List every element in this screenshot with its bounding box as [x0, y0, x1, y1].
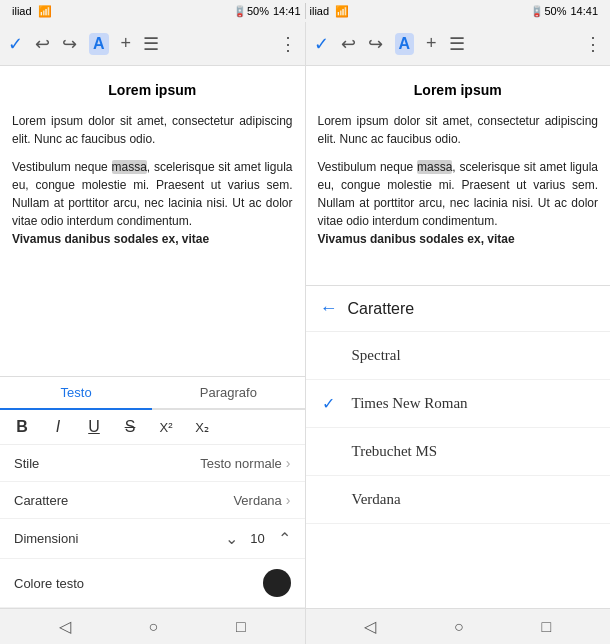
- back-button-right[interactable]: ◁: [364, 617, 376, 636]
- dim-increase-button[interactable]: ⌃: [278, 529, 291, 548]
- font-name: Spectral: [352, 347, 595, 364]
- doc-title-left: Lorem ipsum: [12, 82, 293, 98]
- char-list: ✓ Spectral ✓ Times New Roman ✓ Trebuchet…: [306, 332, 611, 608]
- format-a-button[interactable]: A: [89, 33, 109, 55]
- status-right-half: iliad 📶 🪫50% 14:41: [306, 5, 603, 18]
- color-swatch: [263, 569, 291, 597]
- stile-row[interactable]: Stile Testo normale ›: [0, 445, 305, 482]
- dim-value: 10: [248, 531, 268, 546]
- more-button-left[interactable]: ⋮: [279, 33, 297, 55]
- square-button-left[interactable]: □: [236, 618, 246, 636]
- colore-row[interactable]: Colore testo: [0, 559, 305, 608]
- doc-title-right: Lorem ipsum: [318, 82, 599, 98]
- wifi-right: 📶: [335, 5, 349, 18]
- redo-button-right[interactable]: ↪: [368, 33, 383, 55]
- nav-bar: ◁ ○ □ ◁ ○ □: [0, 608, 610, 644]
- status-left2: iliad 📶: [310, 5, 350, 18]
- carattere-value: Verdana ›: [233, 492, 290, 508]
- colore-label: Colore testo: [14, 576, 263, 591]
- doc-para1-left: Lorem ipsum dolor sit amet, consectetur …: [12, 112, 293, 148]
- doc-content-right[interactable]: Lorem ipsum Lorem ipsum dolor sit amet, …: [306, 66, 611, 286]
- battery-icon-left: 🪫50%: [233, 5, 269, 18]
- top-toolbar: ✓ ↩ ↪ A + ☰ ⋮ ✓ ↩ ↪ A + ☰ ⋮: [0, 22, 610, 66]
- toolbar-left: ✓ ↩ ↪ A + ☰ ⋮: [0, 22, 306, 65]
- char-item[interactable]: ✓ Spectral: [306, 332, 611, 380]
- carattere-chevron-icon: ›: [286, 492, 291, 508]
- stile-chevron-icon: ›: [286, 455, 291, 471]
- strikethrough-button[interactable]: S: [120, 418, 140, 436]
- format-panel: Testo Paragrafo B I U S X² X₂ Stile Test…: [0, 376, 305, 608]
- time-right: 14:41: [570, 5, 598, 17]
- nav-left: ◁ ○ □: [0, 609, 306, 644]
- back-button-left[interactable]: ◁: [59, 617, 71, 636]
- dim-controls: ⌄ 10 ⌃: [225, 529, 291, 548]
- home-button-left[interactable]: ○: [149, 618, 159, 636]
- dimensioni-label: Dimensioni: [14, 531, 225, 546]
- main-area: Lorem ipsum Lorem ipsum dolor sit amet, …: [0, 66, 610, 608]
- dimensioni-row: Dimensioni ⌄ 10 ⌃: [0, 519, 305, 559]
- bold-button[interactable]: B: [12, 418, 32, 436]
- more-button-right[interactable]: ⋮: [584, 33, 602, 55]
- comment-button-left[interactable]: ☰: [143, 33, 159, 55]
- char-item[interactable]: ✓ Times New Roman: [306, 380, 611, 428]
- add-button-left[interactable]: +: [121, 33, 132, 54]
- char-header: ← Carattere: [306, 286, 611, 332]
- stile-label: Stile: [14, 456, 200, 471]
- add-button-right[interactable]: +: [426, 33, 437, 54]
- undo-button-right[interactable]: ↩: [341, 33, 356, 55]
- font-name: Times New Roman: [352, 395, 595, 412]
- format-tabs: Testo Paragrafo: [0, 377, 305, 410]
- doc-panel-left: Lorem ipsum Lorem ipsum dolor sit amet, …: [0, 66, 306, 608]
- char-panel: Lorem ipsum Lorem ipsum dolor sit amet, …: [306, 66, 611, 608]
- highlight-massa-right: massa: [417, 160, 452, 174]
- doc-para1-right: Lorem ipsum dolor sit amet, consectetur …: [318, 112, 599, 148]
- battery-icon-right: 🪫50%: [530, 5, 566, 18]
- square-button-right[interactable]: □: [541, 618, 551, 636]
- dim-decrease-button[interactable]: ⌄: [225, 529, 238, 548]
- carattere-row[interactable]: Carattere Verdana ›: [0, 482, 305, 519]
- colore-value: [263, 569, 291, 597]
- italic-button[interactable]: I: [48, 418, 68, 436]
- format-a-button-right[interactable]: A: [395, 33, 415, 55]
- nav-right: ◁ ○ □: [306, 609, 611, 644]
- highlight-massa-left: massa: [112, 160, 147, 174]
- font-name: Verdana: [352, 491, 595, 508]
- undo-button[interactable]: ↩: [35, 33, 50, 55]
- status-center-left: 🪫50% 14:41: [233, 5, 301, 18]
- redo-button[interactable]: ↪: [62, 33, 77, 55]
- char-item[interactable]: ✓ Trebuchet MS: [306, 428, 611, 476]
- status-left: iliad 📶: [12, 5, 52, 18]
- stile-value: Testo normale ›: [200, 455, 290, 471]
- doc-content-left[interactable]: Lorem ipsum Lorem ipsum dolor sit amet, …: [0, 66, 305, 376]
- char-back-button[interactable]: ←: [320, 298, 338, 319]
- status-left-half: iliad 📶 🪫50% 14:41: [8, 5, 305, 18]
- font-name: Trebuchet MS: [352, 443, 595, 460]
- carattere-label: Carattere: [14, 493, 233, 508]
- status-center-right: 🪫50% 14:41: [530, 5, 598, 18]
- toolbar-right: ✓ ↩ ↪ A + ☰ ⋮: [306, 22, 611, 65]
- subscript-button[interactable]: X₂: [192, 420, 212, 435]
- home-button-right[interactable]: ○: [454, 618, 464, 636]
- char-item[interactable]: ✓ Verdana: [306, 476, 611, 524]
- carrier-left: iliad: [12, 5, 32, 17]
- check-icon: ✓: [322, 394, 342, 413]
- doc-para2-right: Vestibulum neque massa, scelerisque sit …: [318, 158, 599, 248]
- wifi-left: 📶: [38, 5, 52, 18]
- checkmark-button-right[interactable]: ✓: [314, 33, 329, 55]
- comment-button-right[interactable]: ☰: [449, 33, 465, 55]
- format-buttons: B I U S X² X₂: [0, 410, 305, 445]
- carrier-right: iliad: [310, 5, 330, 17]
- checkmark-button[interactable]: ✓: [8, 33, 23, 55]
- tab-paragrafo[interactable]: Paragrafo: [152, 377, 304, 408]
- status-bar: iliad 📶 🪫50% 14:41 iliad 📶 🪫50% 14:41: [0, 0, 610, 22]
- doc-para2-left: Vestibulum neque massa, scelerisque sit …: [12, 158, 293, 248]
- tab-testo[interactable]: Testo: [0, 377, 152, 410]
- superscript-button[interactable]: X²: [156, 420, 176, 435]
- underline-button[interactable]: U: [84, 418, 104, 436]
- char-header-title: Carattere: [348, 300, 415, 318]
- time-left: 14:41: [273, 5, 301, 17]
